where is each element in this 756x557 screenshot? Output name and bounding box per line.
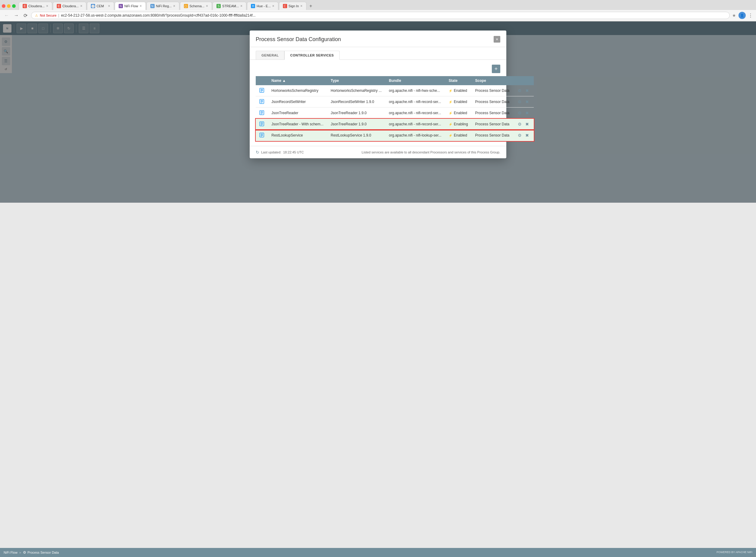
last-updated-time: 18:22:45 UTC [283, 150, 304, 154]
row4-configure-button[interactable]: ⚙ [517, 121, 523, 127]
svg-rect-13 [261, 123, 263, 123]
row1-disable-button[interactable]: ✖ [524, 88, 530, 94]
tab-close-9[interactable]: × [300, 4, 303, 8]
tab-general[interactable]: GENERAL [256, 51, 284, 59]
row3-scope: Process Sensor Data [472, 108, 513, 119]
row2-scope: Process Sensor Data [472, 96, 513, 108]
svg-rect-5 [261, 100, 263, 101]
add-service-button[interactable]: + [492, 65, 500, 73]
close-window-btn[interactable] [2, 4, 5, 8]
row3-disable-button[interactable]: ✖ [524, 110, 530, 116]
browser-tab-9[interactable]: C Sign In × [279, 2, 306, 10]
row3-state-badge: ⚡ Enabled [449, 111, 467, 115]
row2-state-dot: ⚡ [449, 100, 452, 104]
row5-configure-button[interactable]: ⚙ [517, 132, 523, 138]
modal-footer: ↻ Last updated: 18:22:45 UTC Listed serv… [250, 146, 506, 158]
browser-tab-3[interactable]: ⚪ CEM × [87, 2, 114, 10]
row5-state-badge: ⚡ Enabled [449, 133, 467, 138]
tab-close-3[interactable]: × [108, 4, 110, 8]
bookmark-button[interactable]: ★ [732, 13, 736, 18]
row5-icon-cell [256, 130, 268, 141]
row5-state: ⚡ Enabled [445, 130, 472, 141]
tab-close-5[interactable]: × [173, 4, 175, 8]
browser-tab-4[interactable]: N NiFi Flow × [115, 2, 146, 10]
row4-state-badge: ⚡ Enabling [449, 122, 468, 126]
tab-close-4[interactable]: × [140, 4, 142, 8]
row3-state-label: Enabled [454, 111, 467, 115]
tab-close-7[interactable]: × [240, 4, 242, 8]
col-name[interactable]: Name ▲ [268, 76, 327, 85]
row1-actions: ⚙ ✖ [513, 85, 534, 96]
refresh-icon[interactable]: ↻ [256, 150, 259, 155]
row4-disable-button[interactable]: ✖ [524, 121, 530, 127]
row2-disable-button[interactable]: ✖ [524, 99, 530, 105]
svg-rect-1 [261, 89, 263, 90]
back-button[interactable]: ← [3, 12, 10, 19]
svg-rect-2 [261, 90, 263, 91]
row4-bundle: org.apache.nifi - nifi-record-ser... [385, 119, 445, 130]
modal-body: + Name ▲ Type Bundle State Scope [250, 60, 506, 146]
row1-bundle: org.apache.nifi - nifi-hwx-sche... [385, 85, 445, 96]
tab-close-2[interactable]: × [80, 4, 83, 8]
maximize-window-btn[interactable] [12, 4, 16, 8]
row2-configure-button[interactable]: ⚙ [517, 99, 523, 105]
page-content: N ▶ ■ □ ✲ ↻ ☰ ≡ ⚙ 🔍 ☰ cf Process Sensor … [0, 22, 756, 203]
row1-configure-button[interactable]: ⚙ [517, 88, 523, 94]
svg-rect-14 [261, 124, 263, 124]
address-bar[interactable]: ⚠ Not Secure | ec2-54-212-27-58.us-west-… [31, 12, 730, 19]
row5-disable-button[interactable]: ✖ [524, 132, 530, 138]
col-name-label: Name ▲ [271, 79, 286, 83]
tab-controller-services[interactable]: CONTROLLER SERVICES [284, 51, 339, 60]
service-icon-4 [259, 121, 264, 126]
tab-label-7: STREAM... [222, 4, 239, 8]
tab-label-4: NiFi Flow [124, 4, 138, 8]
tab-icon-6: ⬡ [184, 4, 188, 8]
last-updated-label: Last updated: [261, 150, 281, 154]
address-separator: | [58, 13, 59, 18]
table-header: Name ▲ Type Bundle State Scope [256, 76, 534, 85]
tab-label-3: CEM [97, 4, 104, 8]
modal-title: Process Sensor Data Configuration [256, 36, 341, 42]
table-row: HortonworksSchemaRegistry HortonworksSch… [256, 85, 534, 96]
row5-actions: ⚙ ✖ [513, 130, 534, 141]
row5-bundle: org.apache.nifi - nifi-lookup-ser... [385, 130, 445, 141]
tab-label-6: Schema... [190, 4, 205, 8]
footer-left: ↻ Last updated: 18:22:45 UTC [256, 150, 304, 155]
tab-close-6[interactable]: × [206, 4, 208, 8]
tab-close-8[interactable]: × [272, 4, 274, 8]
new-tab-button[interactable]: + [307, 2, 314, 10]
table-row: JsonTreeReader JsonTreeReader 1.9.0 org.… [256, 108, 534, 119]
browser-tab-5[interactable]: N NiFi Reg... × [146, 2, 179, 10]
svg-rect-11 [261, 114, 262, 114]
add-btn-row: + [256, 65, 500, 73]
tab-icon-4: N [119, 4, 123, 8]
svg-rect-17 [261, 134, 263, 135]
browser-tab-2[interactable]: C Cloudera... × [53, 2, 86, 10]
minimize-window-btn[interactable] [7, 4, 10, 8]
svg-rect-18 [261, 135, 263, 136]
browser-tab-8[interactable]: H Hue - E... × [247, 2, 278, 10]
row2-state: ⚡ Enabled [445, 96, 472, 108]
forward-button[interactable]: → [13, 12, 20, 19]
browser-tab-1[interactable]: C Cloudera... × [19, 2, 52, 10]
tab-label-9: Sign In [289, 4, 299, 8]
row5-type: RestLookupService 1.9.0 [327, 130, 385, 141]
row1-type: HortonworksSchemaRegistry ... [327, 85, 385, 96]
browser-tab-6[interactable]: ⬡ Schema... × [180, 2, 212, 10]
footer-note: Listed services are available to all des… [362, 150, 500, 154]
browser-toolbar: ← → ⟳ ⚠ Not Secure | ec2-54-212-27-58.us… [0, 10, 756, 21]
security-icon: ⚠ [35, 13, 38, 18]
row3-configure-button[interactable]: ⚙ [517, 110, 523, 116]
tab-icon-9: C [283, 4, 287, 8]
menu-button[interactable]: ⋮ [748, 13, 753, 19]
browser-tab-7[interactable]: S STREAM... × [213, 2, 246, 10]
svg-rect-10 [261, 113, 263, 113]
modal-close-button[interactable]: × [494, 36, 500, 42]
row1-state-label: Enabled [454, 88, 467, 93]
tab-close-1[interactable]: × [46, 4, 48, 8]
profile-button[interactable]: 👤 [738, 12, 746, 19]
row4-state-dot: ⚡ [449, 122, 452, 126]
row4-state: ⚡ Enabling [445, 119, 472, 130]
row1-state: ⚡ Enabled [445, 85, 472, 96]
reload-button[interactable]: ⟳ [22, 12, 29, 19]
